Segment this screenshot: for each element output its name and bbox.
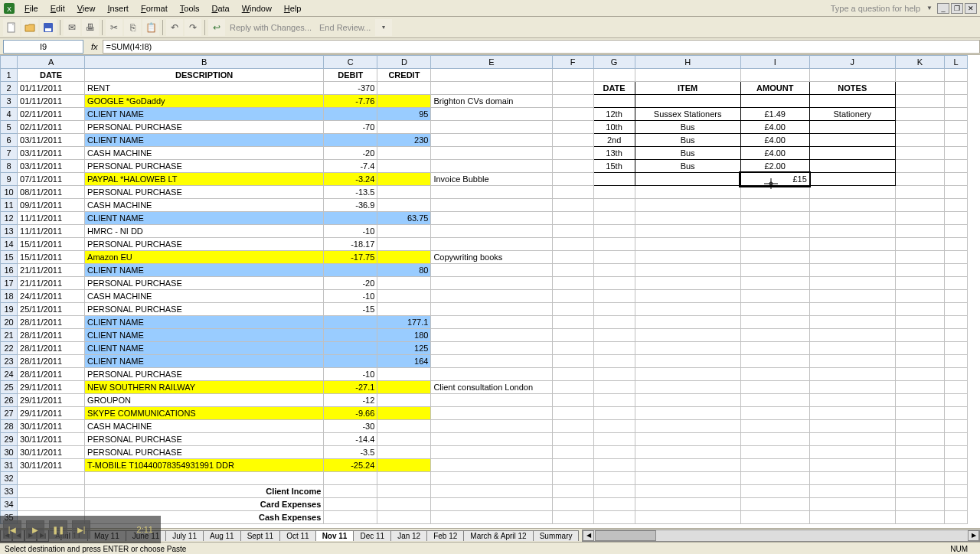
cut-button[interactable]: ✂ bbox=[106, 19, 122, 36]
cell[interactable]: 21/11/2011 bbox=[18, 264, 85, 277]
cell[interactable]: ITEM bbox=[635, 82, 740, 95]
media-pause-button[interactable]: ❚❚ bbox=[49, 520, 67, 539]
column-header-row[interactable]: A B C D E F G H I J K L bbox=[1, 56, 968, 69]
row-header[interactable]: 2 bbox=[1, 82, 18, 95]
cell[interactable]: NOTES bbox=[809, 82, 895, 95]
cell[interactable] bbox=[377, 303, 431, 316]
cell[interactable] bbox=[635, 69, 740, 82]
cell[interactable] bbox=[809, 212, 895, 225]
cell[interactable] bbox=[944, 95, 967, 108]
cell[interactable]: 24/11/2011 bbox=[18, 290, 85, 303]
cell[interactable] bbox=[552, 498, 593, 511]
cell[interactable] bbox=[944, 394, 967, 407]
cell[interactable]: 28/11/2011 bbox=[18, 316, 85, 329]
cell[interactable] bbox=[593, 368, 635, 381]
cell[interactable] bbox=[944, 433, 967, 446]
cell[interactable]: 03/11/2011 bbox=[18, 160, 85, 173]
cell[interactable] bbox=[593, 251, 635, 264]
col-hdr-F[interactable]: F bbox=[552, 56, 593, 69]
cell[interactable] bbox=[324, 485, 377, 498]
cell[interactable]: PERSONAL PURCHASE bbox=[85, 303, 324, 316]
cell[interactable] bbox=[377, 511, 431, 524]
cell[interactable] bbox=[944, 69, 967, 82]
cell[interactable] bbox=[809, 472, 895, 485]
row-header[interactable]: 29 bbox=[1, 433, 18, 446]
cell[interactable]: 07/11/2011 bbox=[18, 173, 85, 186]
cell[interactable] bbox=[431, 69, 552, 82]
grid[interactable]: A B C D E F G H I J K L 1DATEDESCRIPTION… bbox=[0, 55, 968, 524]
row-header[interactable]: 6 bbox=[1, 134, 18, 147]
cell[interactable]: -7.4 bbox=[324, 160, 377, 173]
cell[interactable]: 29/11/2011 bbox=[18, 381, 85, 394]
cell[interactable]: £4.00 bbox=[740, 134, 809, 147]
cell[interactable] bbox=[552, 225, 593, 238]
cell[interactable] bbox=[431, 82, 552, 95]
cell[interactable] bbox=[944, 511, 967, 524]
row-header[interactable]: 30 bbox=[1, 446, 18, 459]
cell[interactable] bbox=[324, 212, 377, 225]
cell[interactable]: -12 bbox=[324, 394, 377, 407]
cell[interactable] bbox=[740, 277, 809, 290]
cell[interactable] bbox=[740, 498, 809, 511]
cell[interactable] bbox=[740, 407, 809, 420]
cell[interactable] bbox=[593, 433, 635, 446]
cell[interactable] bbox=[895, 173, 944, 186]
cell[interactable] bbox=[431, 212, 552, 225]
cell[interactable] bbox=[377, 407, 431, 420]
cell[interactable] bbox=[377, 420, 431, 433]
cell[interactable] bbox=[895, 498, 944, 511]
cell[interactable] bbox=[895, 95, 944, 108]
cell[interactable]: CASH MACHINE bbox=[85, 199, 324, 212]
col-hdr-H[interactable]: H bbox=[635, 56, 740, 69]
cell[interactable]: RENT bbox=[85, 82, 324, 95]
cell[interactable]: Client consultation London bbox=[431, 381, 552, 394]
cell[interactable] bbox=[944, 160, 967, 173]
cell[interactable] bbox=[895, 446, 944, 459]
cell[interactable]: 29/11/2011 bbox=[18, 394, 85, 407]
cell[interactable]: PERSONAL PURCHASE bbox=[85, 433, 324, 446]
cell[interactable] bbox=[740, 225, 809, 238]
row-header[interactable]: 17 bbox=[1, 277, 18, 290]
cell[interactable]: GROUPON bbox=[85, 394, 324, 407]
cell[interactable] bbox=[809, 381, 895, 394]
cell[interactable] bbox=[552, 251, 593, 264]
cell[interactable] bbox=[593, 407, 635, 420]
cell[interactable]: Amazon EU bbox=[85, 251, 324, 264]
cell[interactable] bbox=[635, 95, 740, 108]
col-hdr-A[interactable]: A bbox=[18, 56, 85, 69]
cell[interactable]: -27.1 bbox=[324, 381, 377, 394]
cell[interactable] bbox=[377, 498, 431, 511]
cell[interactable] bbox=[635, 199, 740, 212]
cell[interactable] bbox=[809, 69, 895, 82]
cell[interactable]: -18.17 bbox=[324, 238, 377, 251]
cell[interactable]: CASH MACHINE bbox=[85, 147, 324, 160]
cell[interactable]: 125 bbox=[377, 342, 431, 355]
cell[interactable] bbox=[324, 355, 377, 368]
cell[interactable]: 28/11/2011 bbox=[18, 368, 85, 381]
cell[interactable] bbox=[809, 147, 895, 160]
cell[interactable] bbox=[635, 342, 740, 355]
cell[interactable] bbox=[809, 186, 895, 199]
cell[interactable] bbox=[944, 446, 967, 459]
cell[interactable] bbox=[944, 212, 967, 225]
cell[interactable] bbox=[635, 407, 740, 420]
cell[interactable] bbox=[377, 225, 431, 238]
cell[interactable] bbox=[809, 355, 895, 368]
cell[interactable] bbox=[944, 147, 967, 160]
menu-edit[interactable]: Edit bbox=[44, 2, 71, 15]
cell[interactable] bbox=[18, 485, 85, 498]
cell[interactable] bbox=[635, 277, 740, 290]
cell[interactable] bbox=[740, 303, 809, 316]
cell[interactable] bbox=[740, 433, 809, 446]
cell[interactable] bbox=[431, 394, 552, 407]
cell[interactable]: 30/11/2011 bbox=[18, 433, 85, 446]
cell[interactable]: CREDIT bbox=[377, 69, 431, 82]
cell[interactable] bbox=[552, 147, 593, 160]
cell[interactable] bbox=[944, 277, 967, 290]
copy-button[interactable]: ⎘ bbox=[124, 19, 141, 36]
cell[interactable]: 03/11/2011 bbox=[18, 134, 85, 147]
cell[interactable] bbox=[552, 316, 593, 329]
cell[interactable] bbox=[895, 277, 944, 290]
cell[interactable]: -10 bbox=[324, 290, 377, 303]
cell[interactable] bbox=[895, 108, 944, 121]
